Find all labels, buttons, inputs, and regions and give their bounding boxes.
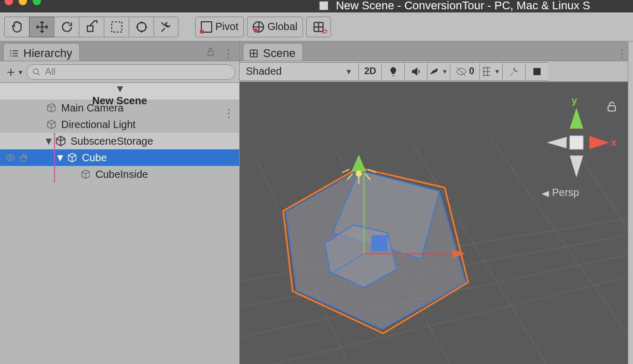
window-titlebar: New Scene - ConversionTour - PC, Mac & L… (0, 0, 633, 12)
hierarchy-tree[interactable]: ▼ New Scene ⋮ Main Camera Directional Li… (0, 83, 239, 183)
hierarchy-search-input[interactable] (45, 66, 229, 77)
gizmo-lock-icon[interactable] (608, 102, 615, 111)
scene-extra-toggle[interactable] (526, 62, 548, 81)
scene-effects-toggle[interactable]: ▼ (428, 62, 450, 81)
svg-rect-0 (87, 25, 93, 31)
transform-tool-group (4, 17, 178, 37)
panel-divider[interactable] (628, 41, 633, 364)
svg-rect-63 (608, 106, 615, 111)
panel-menu-icon[interactable]: ⋮ (616, 47, 628, 61)
scale-tool[interactable] (79, 17, 104, 37)
hand-tool[interactable] (4, 17, 29, 37)
pivot-toggle[interactable]: Pivot (195, 17, 244, 37)
hierarchy-item[interactable]: Directional Light (0, 116, 239, 133)
traffic-light-zoom[interactable] (33, 0, 41, 5)
gameobject-icon (46, 119, 57, 130)
hierarchy-tab-label: Hierarchy (23, 47, 72, 60)
rotate-tool[interactable] (54, 17, 79, 37)
axis-x-label: x (611, 137, 616, 148)
visibility-icon[interactable] (5, 152, 16, 163)
custom-tools[interactable] (154, 17, 178, 37)
subscene-marker-line (54, 133, 55, 183)
scene-viewport[interactable]: y x Persp (240, 82, 633, 364)
hierarchy-toolbar: ＋▾ (0, 61, 239, 83)
svg-rect-15 (208, 51, 214, 55)
scene-camera-settings[interactable]: ▼ (480, 62, 503, 81)
svg-point-25 (435, 68, 437, 71)
traffic-light-close[interactable] (5, 0, 13, 5)
create-dropdown[interactable]: ＋▾ (4, 63, 22, 81)
scene-tabrow: Scene ⋮ (240, 41, 633, 61)
move-tool[interactable] (29, 17, 54, 37)
pickable-icon[interactable] (19, 152, 29, 163)
scene-lighting-toggle[interactable] (382, 62, 405, 81)
hierarchy-item-subscene[interactable]: ▼ SubsceneStorage (0, 133, 239, 149)
svg-marker-64 (542, 191, 549, 197)
scene-tab[interactable]: Scene (243, 43, 303, 61)
transform-tool[interactable] (129, 17, 154, 37)
document-icon (319, 1, 328, 10)
svg-text:Persp: Persp (552, 187, 579, 198)
rect-tool[interactable] (104, 17, 129, 37)
main-toolbar: Pivot Global ⊃ (0, 12, 633, 41)
scene-gizmos-toggle[interactable] (503, 62, 526, 81)
svg-rect-32 (534, 68, 541, 75)
svg-rect-58 (570, 136, 583, 149)
hierarchy-item-label: SubsceneStorage (71, 135, 153, 147)
shading-mode-label: Shaded (246, 65, 282, 77)
panel-menu-icon[interactable]: ⋮ (223, 47, 234, 61)
lock-icon[interactable] (206, 47, 215, 57)
svg-line-26 (457, 67, 466, 76)
svg-rect-50 (372, 235, 388, 251)
svg-marker-56 (351, 155, 366, 172)
scene-toolbar: Shaded ▼ 2D ▼ 0 ▼ (240, 61, 633, 82)
scene-row[interactable]: ▼ New Scene ⋮ (0, 83, 239, 100)
svg-point-2 (137, 22, 146, 31)
hierarchy-item-selected[interactable]: ▼ Cube (0, 149, 239, 166)
hierarchy-tabrow: Hierarchy ⋮ (0, 41, 239, 61)
hierarchy-icon (9, 48, 19, 59)
hierarchy-item[interactable]: Main Camera (0, 100, 239, 116)
svg-rect-1 (112, 22, 122, 32)
search-icon (32, 67, 41, 77)
scene-visibility-toggle[interactable]: 0 (450, 62, 480, 81)
scene-grid-icon (249, 48, 259, 59)
svg-line-55 (342, 170, 349, 173)
hierarchy-tab[interactable]: Hierarchy (3, 43, 80, 61)
globe-icon (253, 21, 264, 33)
hierarchy-item-label: Main Camera (61, 102, 123, 114)
toggle-2d[interactable]: 2D (359, 62, 382, 81)
global-label: Global (267, 21, 297, 33)
hidden-count: 0 (469, 66, 474, 77)
pivot-label: Pivot (215, 21, 238, 33)
axis-y-label: y (572, 95, 577, 106)
unity-scene-icon (55, 135, 66, 147)
hierarchy-panel: Hierarchy ⋮ ＋▾ ▼ New Scene ⋮ (0, 41, 240, 364)
projection-toggle[interactable]: Persp (542, 187, 579, 198)
gameobject-icon (80, 169, 91, 180)
pivot-icon (201, 21, 212, 33)
svg-marker-47 (452, 249, 465, 258)
hierarchy-search[interactable] (26, 64, 235, 80)
scene-tab-label: Scene (263, 47, 295, 60)
scene-audio-toggle[interactable] (405, 62, 428, 81)
hierarchy-item[interactable]: CubeInside (0, 166, 239, 183)
traffic-light-minimize[interactable] (19, 0, 27, 5)
svg-marker-60 (589, 136, 609, 149)
svg-point-18 (9, 157, 12, 159)
hierarchy-item-label: Directional Light (61, 119, 135, 131)
gameobject-icon (46, 102, 57, 114)
directional-light-gizmo[interactable] (342, 155, 375, 184)
shading-mode-dropdown[interactable]: Shaded ▼ (240, 62, 359, 81)
magnet-icon: ⊃ (322, 27, 328, 35)
window-title: New Scene - ConversionTour - PC, Mac & L… (319, 0, 590, 12)
svg-point-16 (33, 68, 38, 74)
svg-line-17 (38, 73, 40, 75)
window-title-text: New Scene - ConversionTour - PC, Mac & L… (336, 0, 590, 12)
hierarchy-item-label: CubeInside (95, 169, 148, 180)
grid-snap-toggle[interactable]: ⊃ (306, 17, 331, 37)
scene-view-panel: Scene ⋮ Shaded ▼ 2D ▼ 0 ▼ (240, 41, 633, 364)
global-local-toggle[interactable]: Global (247, 17, 303, 37)
svg-marker-59 (570, 108, 583, 129)
scene-orientation-gizmo[interactable]: y x Persp (531, 92, 620, 201)
